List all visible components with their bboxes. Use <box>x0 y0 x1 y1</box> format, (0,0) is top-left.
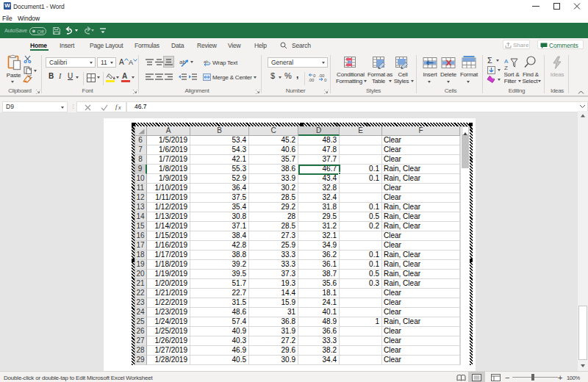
svg-text:Z: Z <box>504 65 508 71</box>
svg-text:Off: Off <box>37 29 44 34</box>
svg-text:.00: .00 <box>308 78 315 82</box>
svg-text:ab: ab <box>179 59 186 65</box>
svg-text:0: 0 <box>324 78 327 82</box>
svg-text:ab: ab <box>204 60 209 64</box>
